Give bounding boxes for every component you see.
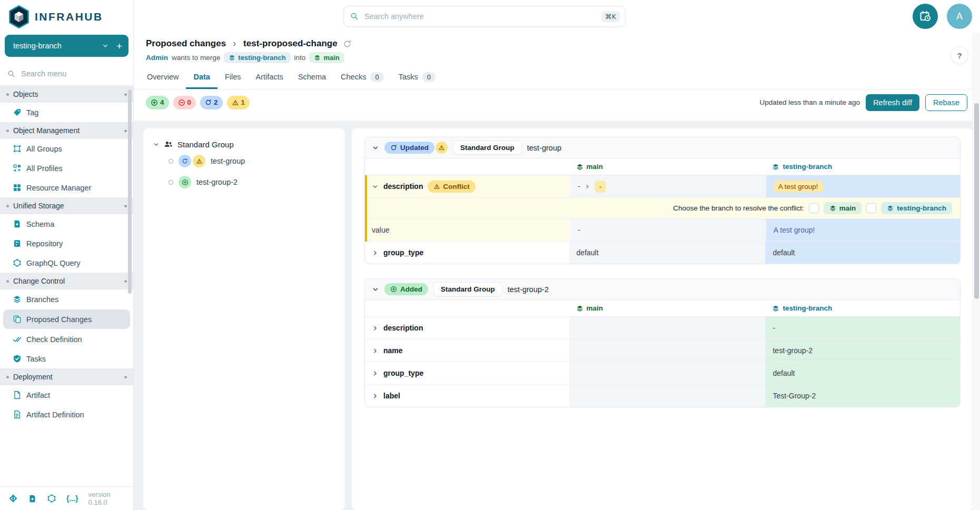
chevron-right-icon[interactable]	[372, 325, 379, 332]
status-label: Added	[400, 285, 422, 293]
tab-overview[interactable]: Overview	[140, 65, 186, 89]
diff-column-headers: main testing-branch	[365, 300, 960, 317]
refresh-diff-button[interactable]: Refresh diff	[866, 94, 919, 111]
attribute-row-description[interactable]: description -	[365, 317, 960, 339]
tree-node-standard-group[interactable]: Standard Group	[149, 138, 340, 151]
resolve-branch-checkbox[interactable]	[866, 203, 876, 213]
target-branch-badge[interactable]: main	[309, 52, 344, 63]
sidebar-item-schema[interactable]: Schema	[0, 214, 133, 234]
tab-schema[interactable]: Schema	[291, 65, 333, 89]
attribute-label-cell[interactable]: description	[365, 317, 569, 339]
sidebar-section-deployment[interactable]: Deployment ▾	[0, 368, 133, 385]
resolve-prompt: Choose the branch to resolve the conflic…	[673, 204, 804, 212]
sidebar-item-check-definition[interactable]: Check Definition	[0, 329, 133, 349]
sidebar-section-object-management[interactable]: Object Management ▾	[0, 122, 133, 139]
conflict-badge-label: Conflict	[443, 183, 469, 191]
sidebar-item-all-profiles[interactable]: All Profiles	[0, 158, 133, 178]
sidebar-item-tag[interactable]: Tag	[0, 103, 133, 122]
attribute-label-cell[interactable]: group_type	[365, 362, 569, 384]
chevron-right-icon[interactable]	[372, 393, 379, 399]
tab-bar: Overview Data Files Artifacts Schema Che…	[133, 65, 980, 89]
chevron-right-icon[interactable]	[372, 370, 379, 377]
diff-card-header[interactable]: Added Standard Group test-group-2	[365, 279, 960, 300]
tab-data[interactable]: Data	[186, 65, 217, 89]
main-value-cell: -	[570, 219, 766, 241]
user-avatar[interactable]: A	[947, 4, 972, 29]
data-diff-content: Standard Group test-group test-group-2	[133, 121, 980, 510]
toolbar-right: Updated less than a minute ago Refresh d…	[759, 94, 967, 111]
tab-label: Checks	[341, 73, 366, 81]
attribute-row-group-type[interactable]: group_type default default	[365, 242, 960, 264]
breadcrumb-parent[interactable]: Proposed changes	[146, 38, 226, 49]
chevron-down-icon	[102, 42, 109, 49]
sidebar-section-unified-storage[interactable]: Unified Storage ▾	[0, 197, 133, 214]
plus-circle-icon	[151, 99, 158, 106]
attribute-row-label[interactable]: label Test-Group-2	[365, 385, 960, 407]
attribute-row-name[interactable]: name test-group-2	[365, 339, 960, 362]
chevron-right-icon[interactable]	[372, 347, 379, 354]
tab-checks[interactable]: Checks 0	[333, 65, 391, 89]
sidebar-item-artifact-definition[interactable]: Artifact Definition	[0, 405, 133, 424]
branch-name: testing-branch	[897, 204, 946, 212]
help-button[interactable]: ?	[951, 46, 968, 64]
global-search[interactable]: ⌘K	[343, 6, 626, 27]
sidebar-item-branches[interactable]: Branches	[0, 289, 133, 309]
branch-column-header: testing-branch	[765, 158, 960, 175]
tab-artifacts[interactable]: Artifacts	[249, 65, 291, 89]
sidebar-scrollbar[interactable]	[128, 89, 132, 294]
attribute-row-group-type[interactable]: group_type default	[365, 362, 960, 385]
author-name[interactable]: Admin	[146, 54, 168, 62]
chevron-right-icon[interactable]	[372, 249, 379, 256]
main-value-cell	[569, 339, 766, 362]
resolve-main-checkbox[interactable]	[809, 203, 819, 213]
documentation-icon[interactable]	[28, 494, 37, 503]
sidebar-item-tasks[interactable]: Tasks	[0, 349, 133, 368]
create-branch-button[interactable]: +	[116, 41, 122, 51]
section-dot	[6, 93, 9, 96]
sidebar-section-change-control[interactable]: Change Control ▾	[0, 273, 133, 289]
sidebar-item-label: Check Definition	[26, 335, 82, 344]
tree-node-test-group-2[interactable]: test-group-2	[149, 172, 340, 193]
window-scrollbar-thumb[interactable]	[974, 103, 979, 299]
sidebar-item-repository[interactable]: Repository	[0, 234, 133, 253]
attribute-label-cell[interactable]: description Conflict	[367, 175, 570, 197]
attribute-label-cell[interactable]: group_type	[365, 242, 569, 264]
menu-search-input[interactable]	[20, 69, 126, 78]
attribute-label-cell[interactable]: label	[365, 385, 569, 407]
reload-icon[interactable]	[343, 39, 352, 48]
diff-card-header[interactable]: Updated Standard Group test-group	[365, 137, 960, 158]
chevron-down-icon[interactable]	[372, 183, 379, 190]
search-icon	[7, 70, 15, 78]
resolve-main-badge[interactable]: main	[824, 202, 862, 214]
sidebar-item-resource-manager[interactable]: Resource Manager	[0, 178, 133, 197]
column-label: testing-branch	[783, 304, 832, 312]
global-search-input[interactable]	[363, 12, 597, 21]
menu-search[interactable]	[0, 62, 133, 86]
sidebar-item-graphql-query[interactable]: GraphQL Query	[0, 253, 133, 273]
tree-node-test-group[interactable]: test-group	[149, 151, 340, 172]
app-logo[interactable]: INFRAHUB	[0, 0, 133, 32]
resolve-branch-badge[interactable]: testing-branch	[881, 202, 952, 214]
chevron-down-icon[interactable]	[372, 144, 379, 152]
json-braces-icon[interactable]: {...}	[66, 494, 78, 503]
sidebar-item-all-groups[interactable]: All Groups	[0, 139, 133, 158]
attribute-row-description[interactable]: description Conflict - - A t	[367, 175, 960, 198]
sidebar-item-artifact[interactable]: Artifact	[0, 385, 133, 405]
sidebar-item-label: Tasks	[26, 355, 46, 363]
column-label: main	[587, 163, 603, 171]
updated-count: 2	[214, 98, 218, 106]
source-branch-badge[interactable]: testing-branch	[224, 52, 290, 63]
tab-files[interactable]: Files	[217, 65, 249, 89]
chevron-down-icon[interactable]	[372, 286, 379, 293]
time-travel-button[interactable]	[913, 4, 938, 29]
rebase-button[interactable]: Rebase	[925, 94, 967, 111]
sidebar-section-objects[interactable]: Objects ▾	[0, 86, 133, 103]
branch-selector[interactable]: testing-branch +	[5, 35, 128, 57]
tab-tasks[interactable]: Tasks 0	[391, 65, 443, 89]
api-docs-icon[interactable]	[8, 494, 18, 503]
sidebar-item-label: Artifact	[26, 391, 50, 399]
attribute-label-cell[interactable]: name	[365, 339, 569, 362]
sidebar-item-proposed-changes[interactable]: Proposed Changes	[3, 309, 130, 329]
branch-value: -	[773, 324, 775, 332]
graphql-sandbox-icon[interactable]	[47, 494, 56, 503]
